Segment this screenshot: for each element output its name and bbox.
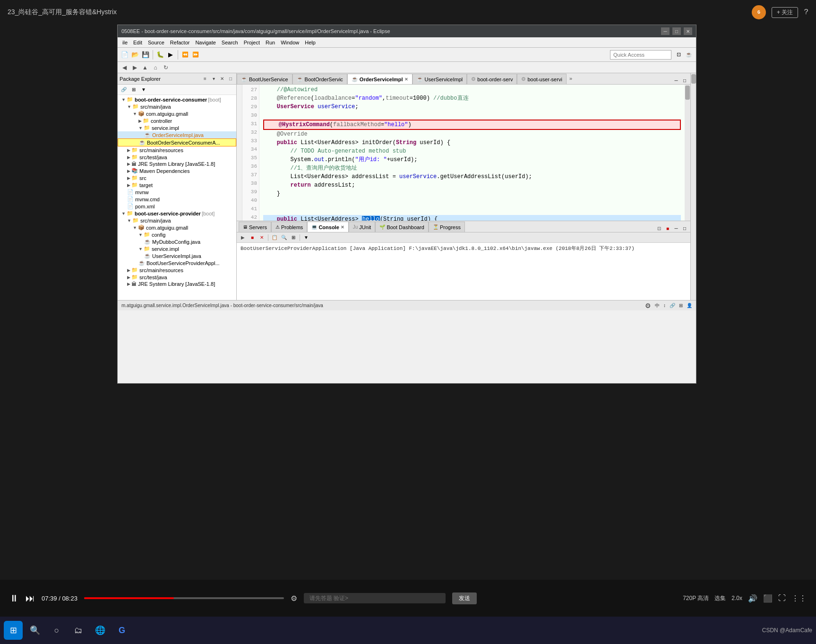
search-taskbar[interactable]: 🔍 bbox=[26, 621, 44, 640]
console-btn-5[interactable]: 🔍 bbox=[280, 233, 288, 242]
browser-icon[interactable]: 🌐 bbox=[91, 621, 110, 640]
pkg-expand[interactable]: ⊞ bbox=[129, 86, 138, 94]
list-item[interactable]: ▼ 📦 com.atguigu.gmall bbox=[118, 224, 236, 231]
list-item[interactable]: ▼ 📦 com.atguigu.gmall bbox=[118, 110, 236, 117]
quick-access-input[interactable] bbox=[610, 50, 671, 60]
list-item[interactable]: ▶ 📚 Maven Dependencies bbox=[118, 167, 236, 174]
list-item[interactable]: ▼ 📁 service.impl bbox=[118, 124, 236, 131]
help-icon[interactable]: ? bbox=[804, 8, 808, 17]
list-item[interactable]: ▶ 📁 target bbox=[118, 181, 236, 189]
quality-label[interactable]: 720P 高清 bbox=[683, 594, 709, 602]
console-btn-4[interactable]: 📋 bbox=[270, 233, 279, 242]
list-item[interactable]: ☕ MyDubboConfig.java bbox=[118, 238, 236, 245]
list-item[interactable]: ☕ UserServiceImpl.java bbox=[118, 252, 236, 259]
nav-back[interactable]: ◀ bbox=[120, 63, 129, 72]
maximize-button[interactable]: □ bbox=[672, 27, 681, 35]
menu-item-search[interactable]: Search bbox=[219, 39, 241, 46]
status-person[interactable]: 👤 bbox=[687, 303, 692, 308]
toolbar-btn-2[interactable]: ⏩ bbox=[190, 50, 201, 60]
tab-junit[interactable]: JuJUnit bbox=[349, 222, 376, 232]
code-content[interactable]: //@Autowired @Reference(loadbalance="ran… bbox=[259, 85, 685, 221]
pip-icon[interactable]: ⬛ bbox=[763, 594, 773, 603]
console-btn-1[interactable]: ▶ bbox=[239, 233, 247, 242]
console-content[interactable]: BootUserServiceProviderApplication [Java… bbox=[237, 243, 690, 300]
tab-boot-user-servi[interactable]: ⚙boot-user-servi bbox=[517, 74, 566, 84]
minimize-button[interactable]: ─ bbox=[661, 27, 670, 35]
follow-button[interactable]: + 关注 bbox=[772, 7, 798, 18]
toolbar-new[interactable]: 📄 bbox=[120, 50, 130, 60]
menu-item-file[interactable]: ile bbox=[120, 39, 130, 46]
list-item[interactable]: ▶ 🏛 JRE System Library [JavaSE-1.8] bbox=[118, 281, 236, 287]
task-view[interactable]: ○ bbox=[47, 621, 66, 640]
tab-boot-dashboard[interactable]: 🌱Boot Dashboard bbox=[375, 222, 429, 232]
pkg-collapse[interactable]: ≡ bbox=[201, 75, 209, 83]
list-item[interactable]: ▼ 📁 boot-user-service-provider [boot] bbox=[118, 210, 236, 217]
console-tab-close[interactable]: ✕ bbox=[341, 225, 344, 230]
list-item[interactable]: ▶ 🏛 JRE System Library [JavaSE-1.8] bbox=[118, 161, 236, 167]
comment-input[interactable] bbox=[304, 593, 446, 603]
console-btn-7[interactable]: ▼ bbox=[302, 233, 310, 242]
progress-bar[interactable] bbox=[84, 597, 284, 599]
tab-problems[interactable]: ⚠Problems bbox=[271, 222, 307, 232]
list-item[interactable]: 📄 pom.xml bbox=[118, 203, 236, 210]
list-item[interactable]: ☕ BootOrderServiceConsumerA... bbox=[118, 138, 236, 146]
menu-item-source[interactable]: Source bbox=[145, 39, 167, 46]
menu-item-project[interactable]: Project bbox=[241, 39, 263, 46]
status-link[interactable]: 🔗 bbox=[670, 303, 675, 308]
select-label[interactable]: 选集 bbox=[714, 594, 726, 602]
tab-boot-order-serv[interactable]: ⚙boot-order-serv bbox=[467, 74, 517, 84]
play-pause-button[interactable]: ⏸ bbox=[9, 593, 19, 604]
pkg-link[interactable]: 🔗 bbox=[120, 86, 128, 94]
pkg-maximize[interactable]: □ bbox=[227, 75, 234, 83]
volume-icon[interactable]: 🔊 bbox=[748, 594, 757, 603]
close-button[interactable]: ✕ bbox=[684, 27, 692, 35]
list-item[interactable]: ☕ BootUserServiceProviderAppl... bbox=[118, 259, 236, 266]
tab-close-icon[interactable]: ✕ bbox=[404, 77, 408, 82]
toolbar-run[interactable]: ▶ bbox=[165, 50, 176, 60]
list-item[interactable]: ▶ 📁 src/main/resources bbox=[118, 266, 236, 274]
file-explorer[interactable]: 🗂 bbox=[69, 621, 88, 640]
editor-minimize[interactable]: ─ bbox=[672, 77, 680, 84]
console-btn-2[interactable]: ■ bbox=[248, 233, 257, 242]
list-item[interactable]: ▶ 📁 src bbox=[118, 174, 236, 181]
toolbar-btn-1[interactable]: ⏪ bbox=[180, 50, 190, 60]
menu-item-refactor[interactable]: Refactor bbox=[167, 39, 193, 46]
java-btn[interactable]: ☕ bbox=[684, 50, 694, 60]
editor-scrollbar[interactable] bbox=[685, 85, 690, 221]
console-maximize[interactable]: □ bbox=[681, 224, 688, 232]
console-btn-3[interactable]: ✕ bbox=[258, 233, 266, 242]
list-item[interactable]: ▶ 📁 src/test/java bbox=[118, 274, 236, 281]
menu-item-window[interactable]: Window bbox=[278, 39, 302, 46]
tab-servers[interactable]: 🖥Servers bbox=[239, 222, 271, 232]
status-icon-1[interactable]: ⚙ bbox=[645, 302, 651, 309]
menu-item-run[interactable]: Run bbox=[263, 39, 278, 46]
tab-boot-order-service[interactable]: ☕BootOrderServic bbox=[292, 74, 347, 84]
tab-order-service-impl[interactable]: ☕OrderServiceImpl ✕ bbox=[347, 74, 412, 84]
nav-home[interactable]: ⌂ bbox=[151, 63, 160, 72]
settings-icon[interactable]: ⚙ bbox=[291, 594, 297, 603]
list-item[interactable]: ▼ 📁 service.impl bbox=[118, 245, 236, 252]
pkg-filter[interactable]: ▼ bbox=[139, 86, 148, 94]
g-app-icon[interactable]: G bbox=[112, 621, 131, 640]
nav-refresh[interactable]: ↻ bbox=[161, 63, 171, 72]
list-item[interactable]: ▶ 📁 controller bbox=[118, 117, 236, 124]
pkg-close[interactable]: ✕ bbox=[218, 75, 226, 83]
list-item[interactable]: ☕ OrderServiceImpl.java bbox=[118, 131, 236, 138]
toolbar-open[interactable]: 📂 bbox=[130, 50, 140, 60]
list-item[interactable]: ▼ 📁 boot-order-service-consumer [boot] bbox=[118, 96, 236, 103]
windows-start[interactable]: ⊞ bbox=[4, 621, 23, 640]
nav-fwd[interactable]: ▶ bbox=[130, 63, 139, 72]
console-stop[interactable]: ■ bbox=[664, 224, 671, 232]
tab-progress[interactable]: ⏳Progress bbox=[429, 222, 465, 232]
list-item[interactable]: 📄 mvnw bbox=[118, 189, 236, 196]
console-clear[interactable]: ⊡ bbox=[655, 224, 663, 232]
menu-item-help[interactable]: Help bbox=[302, 39, 318, 46]
tab-console[interactable]: 💻Console ✕ bbox=[307, 222, 348, 232]
list-item[interactable]: ▶ 📁 src/test/java bbox=[118, 154, 236, 161]
speed-label[interactable]: 2.0x bbox=[731, 595, 742, 601]
list-item[interactable]: ▼ 📁 src/main/java bbox=[118, 217, 236, 224]
list-item[interactable]: ▶ 📁 src/main/resources bbox=[118, 146, 236, 154]
tab-boot-user-service[interactable]: ☕BootUserService bbox=[237, 74, 292, 84]
console-btn-6[interactable]: ⊞ bbox=[289, 233, 298, 242]
toolbar-save[interactable]: 💾 bbox=[140, 50, 151, 60]
